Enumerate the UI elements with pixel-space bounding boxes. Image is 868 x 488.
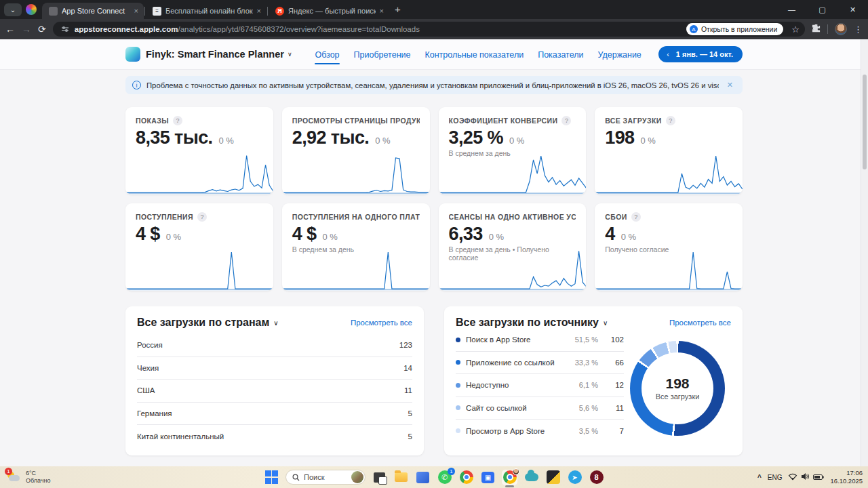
metric-value: 6,33 [449, 224, 483, 245]
metric-title: ВСЕ ЗАГРУЗКИ [605, 117, 662, 125]
back-button[interactable]: ← [5, 24, 15, 35]
browser8-icon: 8 [590, 470, 604, 484]
country-name: США [137, 386, 404, 394]
wifi-icon[interactable] [788, 471, 797, 483]
pinned-app-button[interactable] [415, 470, 431, 485]
start-button[interactable] [264, 470, 279, 485]
browser-tab-strip: ⌄ App Store Connect×≡Бесплатный онлайн б… [0, 0, 868, 19]
metric-card[interactable]: СЕАНСЫ НА ОДНО АКТИВНОЕ УСТРОЙСТВО?6,330… [439, 203, 587, 291]
taskbar-search[interactable]: Поиск [285, 470, 366, 485]
metric-card[interactable]: ПРОСМОТРЫ СТРАНИЦЫ ПРОДУКТА?2,92 тыс.0 % [282, 107, 430, 195]
tab-search-button[interactable]: ⌄ [4, 3, 22, 16]
help-icon[interactable]: ? [173, 116, 182, 125]
browser-tab[interactable]: ЯЯндекс — быстрый поиск в и× [269, 3, 389, 19]
task-view-icon [374, 472, 385, 483]
country-row[interactable]: Россия123 [137, 334, 412, 357]
source-row[interactable]: Приложение со ссылкой33,3 %66 [456, 352, 624, 375]
extensions-icon[interactable] [812, 24, 821, 35]
tab-close-icon[interactable]: × [257, 7, 261, 15]
browser-menu-icon[interactable]: ⋮ [854, 24, 863, 35]
metric-card[interactable]: КОЭФФИЦИЕНТ КОНВЕРСИИ?3,25 %0 %В среднем… [439, 107, 587, 195]
nav-tab-обзор[interactable]: Обзор [315, 41, 339, 68]
source-name: Просмотр в App Store [466, 427, 561, 435]
search-icon [292, 474, 300, 481]
address-bar[interactable]: appstoreconnect.apple.com/analytics/app/… [53, 22, 805, 37]
sources-view-all-link[interactable]: Просмотреть все [669, 319, 731, 327]
forward-button[interactable]: → [22, 24, 31, 35]
dark-app-button[interactable] [545, 470, 561, 485]
browser-toolbar: ← → ⟳ appstoreconnect.apple.com/analytic… [0, 19, 868, 39]
tab-close-icon[interactable]: × [134, 7, 138, 15]
nav-tab-удержание[interactable]: Удержание [598, 41, 642, 68]
weather-widget[interactable]: 1 6°CОблачно [0, 470, 50, 485]
cloud-app-button[interactable] [524, 470, 539, 485]
task-view-button[interactable] [372, 470, 387, 485]
volume-icon[interactable] [801, 471, 810, 483]
whatsapp-button[interactable]: ✆1 [437, 470, 452, 485]
countries-chevron-icon[interactable]: ∨ [273, 319, 278, 327]
reload-button[interactable]: ⟳ [38, 24, 46, 35]
source-row[interactable]: Поиск в App Store51,5 %102 [456, 329, 624, 352]
chrome-active-button[interactable] [502, 470, 517, 485]
data-accuracy-banner: i Проблема с точностью данных по активны… [125, 76, 743, 94]
browser8-button[interactable]: 8 [589, 470, 604, 485]
date-range-button[interactable]: ‹ 1 янв. — 14 окт. [658, 46, 743, 62]
metric-card[interactable]: ВСЕ ЗАГРУЗКИ?1980 % [595, 107, 743, 195]
help-icon[interactable]: ? [666, 116, 675, 125]
maximize-button[interactable]: ▢ [807, 0, 837, 19]
telegram-button[interactable]: ➤ [567, 470, 583, 485]
new-tab-button[interactable]: + [395, 3, 401, 15]
nav-tab-контрольные-показатели[interactable]: Контрольные показатели [425, 41, 524, 68]
window-controls: — ▢ ✕ [776, 0, 868, 19]
minimize-button[interactable]: — [776, 0, 807, 19]
sources-chevron-icon[interactable]: ∨ [603, 319, 608, 327]
metric-delta: 0 % [641, 136, 656, 146]
scrollbar-thumb[interactable] [863, 75, 867, 169]
country-row[interactable]: Чехия14 [137, 357, 412, 380]
source-row[interactable]: Просмотр в App Store3,5 %7 [456, 420, 624, 443]
metric-card[interactable]: ПОКАЗЫ?8,35 тыс.0 % [125, 107, 273, 195]
country-name: Чехия [137, 364, 403, 372]
browser-avatar[interactable] [835, 23, 847, 35]
country-row[interactable]: Китай континентальный5 [137, 425, 412, 448]
help-icon[interactable]: ? [197, 212, 207, 222]
metric-card[interactable]: ПОСТУПЛЕНИЯ?4 $0 % [125, 203, 273, 291]
browser-tab[interactable]: ≡Бесплатный онлайн блокнот д× [146, 3, 267, 19]
tray-chevron-icon[interactable]: ^ [757, 474, 762, 481]
browser-tab[interactable]: App Store Connect× [42, 3, 144, 19]
nav-tab-приобретение[interactable]: Приобретение [354, 41, 411, 68]
countries-view-all-link[interactable]: Просмотреть все [351, 319, 412, 327]
page-scrollbar[interactable] [861, 39, 868, 466]
country-value: 5 [408, 409, 412, 418]
sources-panel-title[interactable]: Все загрузки по источнику [456, 317, 599, 329]
close-window-button[interactable]: ✕ [837, 0, 868, 19]
site-settings-icon[interactable] [61, 25, 69, 33]
tab-close-icon[interactable]: × [380, 7, 384, 15]
metric-card[interactable]: СБОИ?40 %Получено согласие [595, 203, 743, 291]
countries-panel-title[interactable]: Все загрузки по странам [137, 317, 269, 329]
metric-card[interactable]: ПОСТУПЛЕНИЯ НА ОДНОГО ПЛАТНОГО ПОЛЬЗ?4 $… [282, 203, 430, 291]
country-row[interactable]: США11 [137, 380, 412, 403]
language-indicator[interactable]: ENG [768, 474, 783, 481]
metric-value: 3,25 % [449, 127, 503, 148]
help-icon[interactable]: ? [561, 116, 571, 125]
source-row[interactable]: Недоступно6,1 %12 [456, 374, 624, 397]
clock[interactable]: 17:0616.10.2025 [830, 469, 863, 486]
source-name: Сайт со ссылкой [466, 404, 561, 412]
app-name[interactable]: Finyk: Smart Finance Planner [146, 49, 284, 60]
file-explorer-button[interactable] [393, 470, 409, 485]
date-back-chevron-icon[interactable]: ‹ [658, 50, 676, 58]
video-app-button[interactable]: ▣ [480, 470, 496, 485]
browser-profile-icon[interactable] [26, 4, 37, 15]
help-icon[interactable]: ? [631, 212, 641, 222]
battery-icon[interactable] [813, 471, 824, 483]
bookmark-star-icon[interactable]: ☆ [791, 24, 800, 35]
app-switcher-chevron-icon[interactable]: ∨ [288, 51, 292, 58]
country-row[interactable]: Германия5 [137, 403, 412, 426]
source-row[interactable]: Сайт со ссылкой5,6 %11 [456, 397, 624, 420]
open-in-app-button[interactable]: A Открыть в приложении [686, 23, 783, 35]
nav-tab-показатели[interactable]: Показатели [538, 41, 583, 68]
country-name: Китай континентальный [137, 432, 408, 441]
chrome-button[interactable] [458, 470, 474, 485]
banner-close-icon[interactable]: ✕ [724, 81, 736, 89]
